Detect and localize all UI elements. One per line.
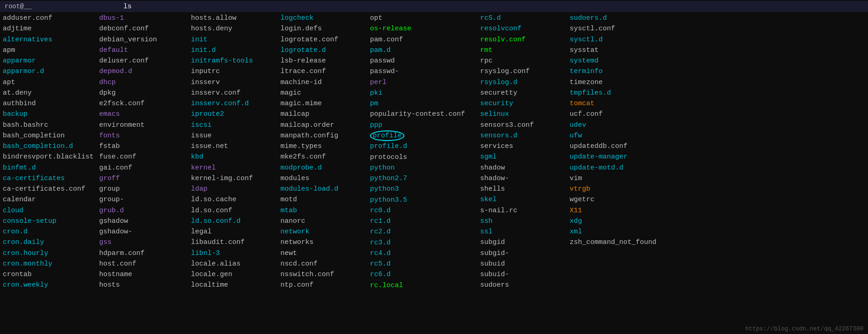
list-item: securetty	[480, 88, 565, 98]
list-item: newt	[280, 248, 365, 259]
list-item: ldap	[191, 184, 276, 194]
list-item: updateddb.conf	[570, 141, 666, 152]
list-item: grub.d	[99, 205, 186, 216]
list-item: backup	[3, 109, 95, 119]
list-item: X11	[570, 205, 666, 216]
footer-url: https://blog.csdn.net/qq_42267300	[745, 325, 863, 332]
list-item: initramfs-tools	[191, 56, 276, 66]
list-item: manpath.config	[280, 130, 365, 141]
list-item: at.deny	[3, 88, 95, 98]
list-item: s-nail.rc	[480, 205, 565, 216]
list-item: ld.so.conf	[191, 205, 276, 216]
list-item: host.conf	[99, 259, 186, 269]
list-item: passwd	[370, 56, 476, 66]
list-item: iproute2	[191, 109, 276, 119]
list-item: systemd	[570, 56, 666, 66]
list-item: deluser.conf	[99, 56, 186, 66]
list-item: bash.bashrc	[3, 120, 95, 130]
list-item: networks	[280, 237, 365, 248]
list-item: motd	[280, 194, 365, 205]
list-item: hosts	[99, 280, 186, 290]
list-item: authbind	[3, 98, 95, 109]
list-item: logcheck	[280, 13, 365, 23]
list-item: shadow-	[480, 173, 565, 184]
list-item: rc.local	[370, 280, 476, 291]
column-1: adduser.confadjtimealternativesapmapparm…	[3, 13, 99, 291]
list-item: hdparm.conf	[99, 248, 186, 259]
list-item: login.defs	[280, 23, 365, 34]
list-item: adduser.conf	[3, 13, 95, 23]
list-item: rpc	[480, 56, 565, 66]
list-item: resolvconf	[480, 23, 565, 34]
list-item: skel	[480, 194, 565, 205]
list-item: crontab	[3, 269, 95, 280]
list-item: subuid	[480, 259, 565, 269]
list-item: mke2fs.conf	[280, 152, 365, 162]
list-item: mailcap	[280, 109, 365, 119]
list-item: console-setup	[3, 216, 95, 226]
list-item: gai.conf	[99, 163, 186, 173]
list-item: protocols	[370, 152, 476, 163]
list-item: selinux	[480, 109, 565, 119]
list-item: profile	[370, 130, 476, 142]
list-item: tomcat	[570, 98, 666, 109]
column-4: logchecklogin.defslogrotate.conflogrotat…	[280, 13, 370, 291]
list-item: sudoers.d	[570, 13, 666, 23]
list-item: ntp.conf	[280, 280, 365, 290]
list-item: binfmt.d	[3, 163, 95, 173]
list-item: rc6.d	[370, 269, 476, 280]
list-item: ufw	[570, 130, 666, 141]
list-item: locale.alias	[191, 259, 276, 269]
list-item: udev	[570, 120, 666, 130]
list-item: gshadow-	[99, 226, 186, 237]
list-item: mime.types	[280, 141, 365, 152]
list-item: group	[99, 184, 186, 194]
list-item: insserv.conf	[191, 88, 276, 98]
list-item: kernel-img.conf	[191, 173, 276, 184]
list-item: xml	[570, 226, 666, 237]
list-item: sensors.d	[480, 130, 565, 141]
list-item: cron.d	[3, 226, 95, 237]
list-item: security	[480, 98, 565, 109]
list-item: alternatives	[3, 34, 95, 45]
list-item: hosts.deny	[191, 23, 276, 34]
column-3: hosts.allowhosts.denyinitinit.dinitramfs…	[191, 13, 280, 291]
list-item: sysctl.conf	[570, 23, 666, 34]
list-item: passwd-	[370, 66, 476, 77]
list-item: pki	[370, 88, 476, 98]
list-item: ld.so.conf.d	[191, 216, 276, 226]
list-item: depmod.d	[99, 66, 186, 77]
list-item: rc1.d	[370, 216, 476, 226]
list-item: ucf.conf	[570, 109, 666, 119]
list-item: rsyslog.conf	[480, 66, 565, 77]
list-item: sgml	[480, 152, 565, 162]
list-item: rc5.d	[370, 259, 476, 269]
list-item: os-release	[370, 23, 476, 34]
list-item: cron.weekly	[3, 280, 95, 290]
terminal-header: root@__ ls	[0, 1, 868, 12]
list-item: popularity-contest.conf	[370, 109, 476, 119]
list-item: rc3.d	[370, 238, 476, 248]
list-item: pm	[370, 98, 476, 109]
list-item: ld.so.cache	[191, 194, 276, 205]
list-item: cron.daily	[3, 237, 95, 248]
list-item: bindresvport.blacklist	[3, 152, 95, 162]
list-item: vtrgb	[570, 184, 666, 194]
list-item: python3	[370, 184, 476, 194]
list-item: tmpfiles.d	[570, 88, 666, 98]
list-item: apm	[3, 45, 95, 56]
list-item: update-motd.d	[570, 163, 666, 173]
list-item: perl	[370, 77, 476, 88]
list-item: fstab	[99, 141, 186, 152]
list-item: mailcap.order	[280, 120, 365, 130]
list-item: debconf.conf	[99, 23, 186, 34]
list-item: modprobe.d	[280, 163, 365, 173]
list-item: modules	[280, 173, 365, 184]
list-item: logrotate.conf	[280, 34, 365, 45]
list-item: e2fsck.conf	[99, 98, 186, 109]
list-item: dhcp	[99, 77, 186, 88]
list-item: subgid	[480, 237, 565, 248]
list-item: ssl	[480, 226, 565, 237]
list-item: timezone	[570, 77, 666, 88]
list-item: magic	[280, 88, 365, 98]
